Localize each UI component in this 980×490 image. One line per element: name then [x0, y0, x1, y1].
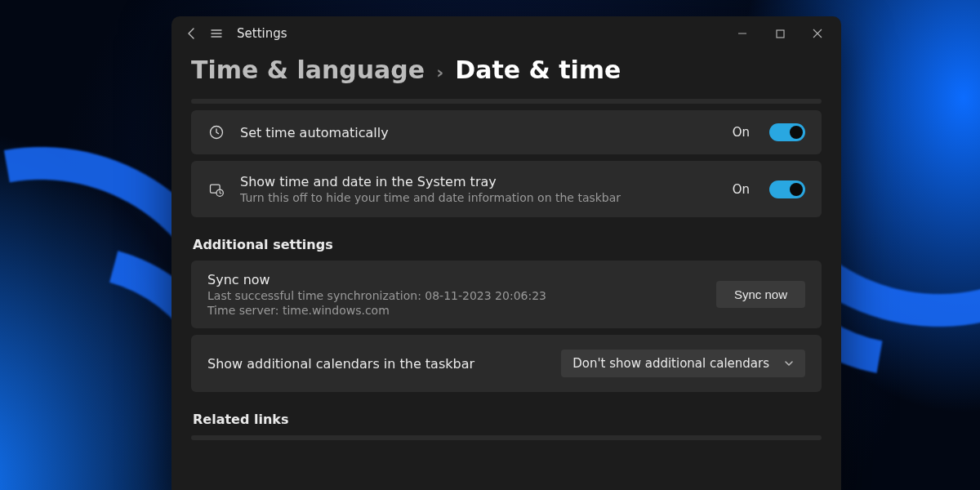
minimize-icon [737, 29, 747, 38]
calendars-dropdown[interactable]: Don't show additional calendars [561, 350, 805, 377]
breadcrumb-separator: › [436, 62, 443, 82]
setting-title: Show time and date in the System tray [240, 174, 718, 189]
maximize-icon [776, 29, 785, 38]
sync-title: Sync now [207, 272, 702, 287]
setting-subtitle: Turn this off to hide your time and date… [240, 191, 718, 204]
card-peek-below [191, 435, 822, 440]
breadcrumb-current: Date & time [455, 56, 621, 84]
toggle-state-label: On [733, 125, 750, 140]
toggle-show-in-tray[interactable] [769, 180, 805, 198]
back-button[interactable] [180, 21, 204, 46]
toggle-set-time-automatically[interactable] [769, 123, 805, 141]
dropdown-selected-value: Don't show additional calendars [572, 356, 769, 371]
section-header-additional-settings: Additional settings [193, 237, 822, 252]
titlebar: Settings [172, 16, 841, 51]
window-title: Settings [237, 26, 287, 41]
card-peek-above [191, 99, 822, 104]
close-button[interactable] [799, 20, 836, 47]
setting-row-additional-calendars: Show additional calendars in the taskbar… [191, 335, 822, 392]
sync-last-success: Last successful time synchronization: 08… [207, 289, 702, 302]
breadcrumb-parent[interactable]: Time & language [191, 56, 425, 84]
settings-content: Set time automatically On Show time and … [172, 99, 841, 490]
maximize-button[interactable] [761, 20, 799, 47]
sync-server: Time server: time.windows.com [207, 304, 702, 317]
toggle-state-label: On [733, 182, 750, 197]
hamburger-button[interactable] [204, 21, 229, 46]
setting-row-sync-now: Sync now Last successful time synchroniz… [191, 261, 822, 328]
clock-icon [207, 124, 225, 140]
arrow-left-icon [185, 27, 198, 40]
hamburger-icon [210, 27, 223, 40]
breadcrumb: Time & language › Date & time [172, 51, 841, 99]
settings-window: Settings Time & language › Date & time [172, 16, 841, 490]
setting-title: Set time automatically [240, 125, 718, 140]
calendars-label: Show additional calendars in the taskbar [207, 356, 546, 372]
close-icon [813, 29, 822, 38]
chevron-down-icon [784, 359, 794, 368]
section-header-related-links: Related links [193, 412, 822, 427]
sync-now-button[interactable]: Sync now [716, 281, 805, 308]
setting-row-set-time-automatically: Set time automatically On [191, 110, 822, 154]
desktop-background: Settings Time & language › Date & time [0, 0, 980, 490]
taskbar-clock-icon [207, 181, 225, 198]
svg-rect-0 [777, 30, 784, 38]
setting-row-show-in-tray: Show time and date in the System tray Tu… [191, 161, 822, 217]
minimize-button[interactable] [724, 20, 761, 47]
